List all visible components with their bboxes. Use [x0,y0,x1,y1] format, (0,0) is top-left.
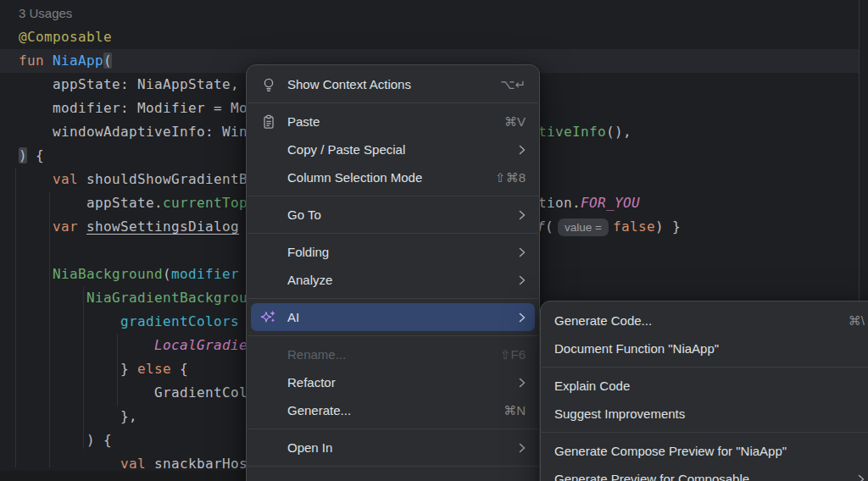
code-token [19,456,120,472]
code-token: val [120,456,154,472]
context-menu-item-open-in[interactable]: Open In [251,434,535,462]
code-line[interactable]: ) { [19,144,44,168]
submenu-arrow-icon [519,312,526,323]
code-token [19,290,86,306]
context-menu-item-go-to[interactable]: Go To [251,201,535,229]
code-token: } [19,361,137,377]
code-token: GradientCol [19,384,248,401]
code-line[interactable]: ) { [19,428,112,452]
submenu-arrow-icon [858,474,865,481]
context-menu-item-paste[interactable]: Paste⌘V [251,108,535,135]
ai-submenu: Generate Code...⌘\Document Function "Nia… [540,301,868,481]
menu-item-label: Rename... [287,347,480,362]
code-line[interactable]: NiaGradientBackgrou [19,286,248,310]
code-line[interactable]: }, [19,405,137,428]
code-fragment[interactable]: tion.FOR_YOU [538,191,640,215]
code-token: ( [163,266,171,282]
code-fragment[interactable]: f(value =false) } [537,215,681,239]
menu-item-label: Refactor [287,375,498,390]
code-token: fun [19,53,53,69]
icon-placeholder [260,272,277,289]
menu-item-label: Show Context Actions [287,77,480,91]
code-token [19,171,53,187]
ai-submenu-item-explain-code[interactable]: Explain Code [545,372,868,400]
context-menu-item-refactor[interactable]: Refactor [251,368,535,396]
menu-shortcut: ⌘\ [849,313,865,329]
menu-item-label: Generate... [287,403,483,417]
context-menu-item-folding[interactable]: Folding [251,238,535,266]
ai-submenu-item-generate-compose-preview-for-niaapp[interactable]: Generate Compose Preview for "NiaApp" [545,437,868,465]
menu-item-label: Explain Code [554,379,865,393]
icon-placeholder [260,374,277,391]
code-token: { [171,361,188,377]
code-token: appState. [19,195,163,211]
context-menu-item-copy-paste-special[interactable]: Copy / Paste Special [251,135,535,163]
code-token: shouldShowGradientB [86,171,248,187]
menu-item-label: Suggest Improvements [554,406,865,421]
code-line[interactable]: LocalGradie [19,334,248,357]
context-menu-item-ai[interactable]: AI [251,303,535,331]
ai-submenu-item-document-function-niaapp[interactable]: Document Function "NiaApp" [545,334,868,362]
code-token: ) } [655,215,681,239]
menu-separator [248,298,538,299]
indent-guide [15,168,16,467]
code-token: 3 Usages [19,6,72,20]
context-menu-item-analyze[interactable]: Analyze [251,266,535,294]
ai-submenu-item-suggest-improvements[interactable]: Suggest Improvements [545,400,868,428]
clipboard-icon [260,113,277,130]
menu-item-label: Document Function "NiaApp" [554,341,865,356]
ide-editor-screen: 3 Usages@Composablefun NiaApp( appState:… [0,0,868,481]
code-line[interactable]: windowAdaptiveInfo: Win [19,120,248,144]
code-line[interactable]: appState: NiaAppState, [19,73,239,97]
context-menu-item-generate[interactable]: Generate...⌘N [251,396,535,424]
code-token: snackbarHos [154,456,248,472]
code-token: (), [606,120,632,144]
code-token: NiaGradientBackgrou [86,290,248,306]
code-token: ( [545,215,554,239]
submenu-arrow-icon [519,247,526,257]
code-token: modifier [171,266,239,282]
editor-context-menu: Show Context Actions⌥↵Paste⌘VCopy / Past… [246,64,540,481]
icon-placeholder [260,141,277,158]
code-line[interactable]: val shouldShowGradientB [19,168,248,191]
code-fragment[interactable]: tiveInfo(), [538,120,632,144]
icon-placeholder [260,207,277,224]
code-line[interactable]: fun NiaApp( [19,49,112,73]
ai-submenu-item-generate-preview-for-composable[interactable]: Generate Preview for Composable... [545,465,868,481]
context-menu-item-show-context-actions[interactable]: Show Context Actions⌥↵ [251,70,535,98]
code-line[interactable]: @Composable [19,25,112,49]
menu-item-label: Paste [287,114,484,129]
menu-item-label: Generate Compose Preview for "NiaApp" [554,444,865,458]
code-token: modifier: Modifier = Mo [19,100,248,116]
menu-item-label: Open In [287,440,498,455]
menu-shortcut: ⌘V [504,114,526,130]
code-line[interactable]: GradientCol [19,381,248,405]
code-token: val [53,171,86,187]
code-token: appState: NiaAppState, [19,76,239,92]
context-menu-item-column-selection-mode[interactable]: Column Selection Mode⇧⌘8 [251,163,535,191]
menu-item-label: Column Selection Mode [287,170,475,185]
code-line[interactable]: NiaBackground(modifier [19,263,239,286]
code-token: else [137,361,171,377]
inlay-hint-chip: value = [558,218,609,236]
code-token [19,337,154,353]
menu-separator [248,466,538,467]
submenu-arrow-icon [519,145,526,155]
menu-shortcut: ⌥↵ [500,77,526,92]
code-line[interactable]: modifier: Modifier = Mo [19,97,248,120]
code-token: gradientColors [120,313,239,329]
code-line[interactable]: } else { [19,357,188,381]
code-line[interactable]: gradientColors [19,310,239,334]
ai-submenu-item-generate-code[interactable]: Generate Code...⌘\ [545,307,868,334]
submenu-arrow-icon [519,210,526,220]
icon-placeholder [260,244,277,261]
code-line[interactable]: appState.currentTop [19,191,248,215]
code-line[interactable]: 3 Usages [19,2,72,25]
code-line[interactable]: var showSettingsDialog [19,215,239,239]
submenu-arrow-icon [519,443,526,453]
icon-placeholder [260,402,277,419]
code-token: showSettingsDialog [86,218,239,235]
icon-placeholder [260,346,277,363]
code-token: currentTop [163,195,248,211]
submenu-arrow-icon [519,378,526,388]
